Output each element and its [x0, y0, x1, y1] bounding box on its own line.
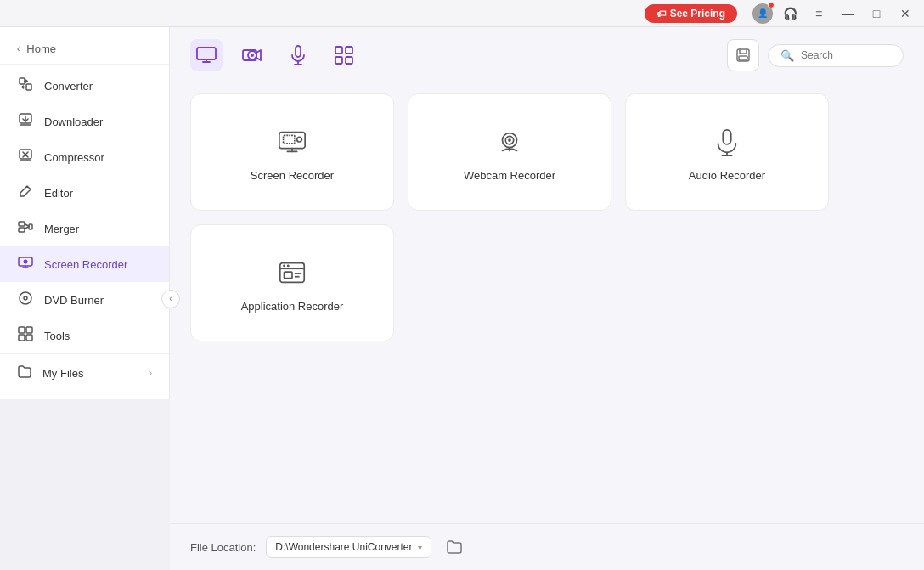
tab-screen[interactable]: [190, 39, 223, 71]
application-recorder-card[interactable]: Application Recorder: [190, 224, 394, 341]
maximize-button[interactable]: □: [865, 2, 888, 25]
cards-row-2: Application Recorder: [190, 224, 904, 341]
my-files-icon: [17, 364, 32, 382]
search-input[interactable]: [801, 49, 891, 61]
search-icon: 🔍: [780, 49, 794, 62]
sidebar-item-converter[interactable]: Converter: [0, 68, 169, 104]
svg-rect-26: [296, 46, 301, 57]
sidebar-collapse-button[interactable]: ‹: [161, 290, 180, 308]
titlebar: See Pricing 👤 🎧 ≡ — □ ✕: [0, 0, 924, 27]
svg-rect-17: [26, 327, 32, 333]
audio-recorder-card[interactable]: Audio Recorder: [625, 93, 829, 211]
file-location-select[interactable]: D:\Wondershare UniConverter ▾: [266, 536, 431, 558]
svg-rect-19: [26, 335, 32, 341]
toolbar-tabs: [190, 39, 360, 71]
svg-rect-9: [29, 224, 32, 229]
sidebar-item-downloader[interactable]: Downloader: [0, 104, 169, 139]
converter-label: Converter: [44, 80, 93, 93]
svg-rect-0: [20, 78, 25, 84]
svg-rect-16: [19, 327, 25, 333]
downloader-label: Downloader: [44, 116, 103, 128]
sidebar-item-editor[interactable]: Editor: [0, 175, 169, 211]
cards-area: Screen Recorder Webcam Recorder: [170, 80, 924, 523]
merger-label: Merger: [44, 223, 79, 235]
dvd-burner-icon: [17, 291, 34, 309]
svg-rect-34: [739, 56, 747, 60]
application-recorder-card-icon: [273, 254, 311, 291]
file-location-bar: File Location: D:\Wondershare UniConvert…: [170, 523, 924, 570]
close-button[interactable]: ✕: [893, 2, 917, 25]
tab-audio[interactable]: [282, 39, 314, 71]
browse-folder-button[interactable]: [442, 534, 467, 560]
tools-label: Tools: [44, 330, 70, 342]
svg-point-50: [287, 264, 290, 267]
svg-point-14: [20, 292, 31, 304]
file-location-label: File Location:: [190, 541, 256, 554]
svg-rect-7: [19, 222, 25, 226]
screen-recorder-card-label: Screen Recorder: [251, 169, 334, 182]
sidebar-wrapper: ‹ Home Converter: [0, 27, 170, 570]
sidebar-item-tools[interactable]: Tools: [0, 318, 169, 353]
svg-rect-32: [346, 57, 352, 64]
titlebar-right: See Pricing 👤 🎧 ≡ — □ ✕: [645, 2, 917, 25]
cards-row-1: Screen Recorder Webcam Recorder: [190, 93, 904, 211]
svg-rect-51: [285, 272, 292, 279]
save-button[interactable]: [727, 39, 759, 71]
svg-rect-8: [19, 228, 25, 232]
svg-point-13: [24, 260, 28, 264]
sidebar-item-screen-recorder[interactable]: Screen Recorder: [0, 246, 169, 282]
audio-recorder-card-label: Audio Recorder: [689, 169, 765, 182]
sidebar-item-merger[interactable]: Merger: [0, 211, 169, 246]
see-pricing-button[interactable]: See Pricing: [645, 4, 737, 23]
sidebar-my-files[interactable]: My Files ›: [0, 354, 169, 392]
screen-recorder-label: Screen Recorder: [44, 258, 127, 271]
screen-recorder-icon: [17, 255, 34, 274]
toolbar-right: 🔍: [727, 39, 904, 71]
menu-button[interactable]: ≡: [807, 2, 831, 25]
sidebar: ‹ Home Converter: [0, 27, 170, 399]
webcam-recorder-card[interactable]: Webcam Recorder: [408, 93, 611, 211]
file-location-path: D:\Wondershare UniConverter: [275, 541, 412, 553]
file-location-chevron-icon: ▾: [418, 543, 422, 552]
search-box: 🔍: [768, 44, 904, 67]
webcam-recorder-card-label: Webcam Recorder: [464, 169, 555, 182]
webcam-recorder-card-icon: [491, 123, 528, 161]
downloader-icon: [17, 112, 34, 131]
svg-point-49: [283, 264, 285, 267]
home-label: Home: [26, 42, 56, 55]
tab-webcam[interactable]: [236, 39, 268, 71]
svg-point-39: [297, 137, 302, 142]
tools-icon: [17, 326, 34, 345]
application-recorder-card-label: Application Recorder: [241, 300, 344, 313]
tab-apps[interactable]: [328, 39, 360, 71]
svg-rect-29: [335, 47, 342, 54]
svg-point-42: [508, 138, 511, 142]
dvd-burner-label: DVD Burner: [44, 294, 104, 307]
my-files-chevron-icon: ›: [149, 369, 152, 378]
sidebar-bottom: My Files ›: [0, 353, 169, 392]
svg-rect-20: [197, 48, 216, 59]
my-files-label: My Files: [42, 367, 83, 380]
content-area: 🔍: [170, 27, 924, 570]
converter-icon: [17, 76, 34, 95]
merger-icon: [17, 219, 34, 238]
chevron-left-icon: ‹: [17, 44, 20, 54]
svg-rect-30: [346, 47, 352, 54]
svg-point-15: [24, 296, 27, 300]
compressor-label: Compressor: [44, 151, 104, 164]
svg-rect-38: [284, 135, 295, 143]
svg-rect-44: [723, 129, 730, 144]
sidebar-item-compressor[interactable]: Compressor: [0, 139, 169, 175]
sidebar-home[interactable]: ‹ Home: [0, 34, 169, 65]
content-toolbar: 🔍: [170, 27, 924, 80]
sidebar-item-dvd-burner[interactable]: DVD Burner: [0, 282, 169, 318]
user-avatar[interactable]: 👤: [752, 3, 773, 24]
screen-recorder-card[interactable]: Screen Recorder: [190, 93, 394, 211]
main-layout: ‹ Home Converter: [0, 27, 924, 570]
svg-rect-18: [19, 335, 25, 341]
avatar-icon: 👤: [758, 8, 768, 18]
editor-icon: [17, 183, 34, 202]
avatar-badge: [768, 2, 775, 8]
support-button[interactable]: 🎧: [778, 2, 802, 25]
minimize-button[interactable]: —: [836, 2, 859, 25]
